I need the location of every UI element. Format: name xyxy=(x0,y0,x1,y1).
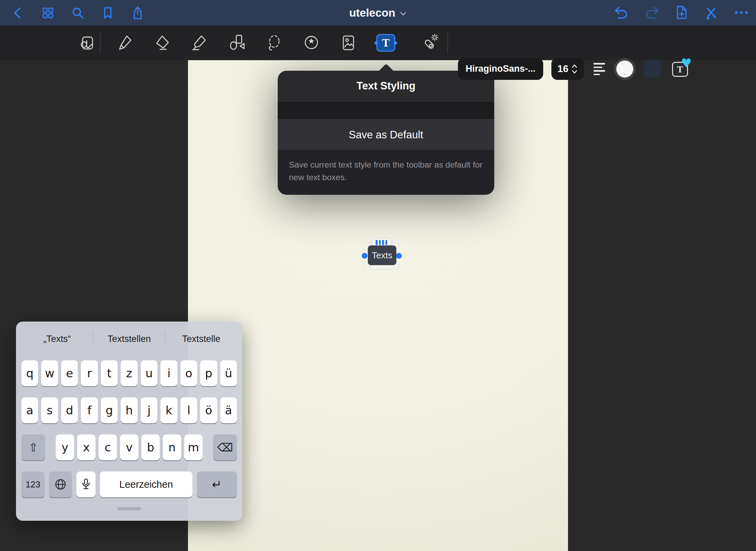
share-button[interactable] xyxy=(128,3,148,23)
resize-handle-right[interactable] xyxy=(396,253,402,259)
key-g[interactable]: g xyxy=(101,397,118,423)
suggestion-quoted[interactable]: „Texts“ xyxy=(21,333,93,345)
key-t[interactable]: t xyxy=(101,360,118,386)
key-n[interactable]: n xyxy=(163,434,181,460)
key-q[interactable]: q xyxy=(21,360,38,386)
align-bar xyxy=(594,70,605,72)
key-ä[interactable]: ä xyxy=(220,397,237,423)
text-tool[interactable]: T xyxy=(375,32,397,54)
search-icon xyxy=(70,5,85,20)
nav-left-group xyxy=(8,0,148,25)
globe-key[interactable] xyxy=(49,471,72,497)
keyboard-drag-handle[interactable] xyxy=(117,507,141,510)
key-ö[interactable]: ö xyxy=(200,397,217,423)
key-o[interactable]: o xyxy=(181,360,197,386)
key-s[interactable]: s xyxy=(41,397,58,423)
textbox-content[interactable]: Texts xyxy=(368,245,396,265)
popover-body: Text Styling Save as Default Save curren… xyxy=(278,71,494,195)
key-x[interactable]: x xyxy=(77,434,96,460)
key-c[interactable]: c xyxy=(99,434,117,460)
key-k[interactable]: k xyxy=(160,397,177,423)
resize-handle-left[interactable] xyxy=(362,253,367,259)
align-bar xyxy=(594,74,600,75)
key-ü[interactable]: ü xyxy=(220,360,237,386)
drag-bar xyxy=(385,240,388,245)
save-as-default-button[interactable]: Save as Default xyxy=(278,120,494,150)
toolbar-divider xyxy=(447,32,448,53)
read-mode-tool[interactable] xyxy=(76,32,98,54)
elements-star-icon xyxy=(302,33,321,52)
key-r[interactable]: r xyxy=(81,360,98,386)
text-styling-popover: Text Styling Save as Default Save curren… xyxy=(278,71,494,195)
text-color-swatch[interactable]: ⌄ xyxy=(614,58,636,80)
secondary-color-swatch[interactable] xyxy=(643,60,661,78)
bookmark-icon xyxy=(100,5,115,20)
key-w[interactable]: w xyxy=(41,360,58,386)
key-e[interactable]: e xyxy=(61,360,78,386)
add-page-button[interactable] xyxy=(672,3,691,23)
key-u[interactable]: u xyxy=(141,360,157,386)
image-tool[interactable] xyxy=(338,32,359,54)
backspace-key[interactable]: ⌫ xyxy=(213,434,237,460)
font-size-stepper[interactable]: 16 xyxy=(551,58,584,80)
ellipsis-icon xyxy=(733,5,750,21)
laser-pointer-tool[interactable] xyxy=(419,32,441,54)
key-l[interactable]: l xyxy=(181,397,197,423)
pen-tool[interactable] xyxy=(114,32,135,54)
undo-button[interactable] xyxy=(612,3,632,23)
goodnotes-screen: { "top_nav": { "title": "utelecon" }, "t… xyxy=(0,0,756,551)
back-button[interactable] xyxy=(8,3,28,23)
key-y[interactable]: y xyxy=(56,434,74,460)
image-icon xyxy=(339,33,358,52)
highlighter-tool[interactable] xyxy=(188,32,210,54)
elements-tool[interactable] xyxy=(300,32,322,54)
text-style-button[interactable]: T ♥ xyxy=(672,62,688,77)
font-family-button[interactable]: HiraginoSans-... xyxy=(458,58,543,80)
key-v[interactable]: v xyxy=(120,434,138,460)
more-options-button[interactable] xyxy=(732,3,751,23)
heart-icon: ♥ xyxy=(681,56,692,70)
shapes-tool[interactable] xyxy=(226,32,248,54)
key-f[interactable]: f xyxy=(81,397,98,423)
key-row-3: ⇧ yxcvbnm ⌫ xyxy=(21,434,237,460)
numbers-key[interactable]: 123 xyxy=(21,471,45,497)
key-b[interactable]: b xyxy=(141,434,160,460)
key-row-4: 123 Leerzeichen ↵ xyxy=(21,471,237,497)
space-key[interactable]: Leerzeichen xyxy=(100,471,192,497)
search-button[interactable] xyxy=(68,3,88,23)
key-m[interactable]: m xyxy=(184,434,203,460)
lasso-tool[interactable] xyxy=(263,32,285,54)
documents-grid-button[interactable] xyxy=(38,3,58,23)
dictation-key[interactable] xyxy=(76,471,96,497)
shift-key[interactable]: ⇧ xyxy=(21,434,45,460)
suggestion-2[interactable]: Textstelle xyxy=(166,333,237,345)
font-size-value: 16 xyxy=(557,63,568,74)
popover-description: Save current text style from the toolbar… xyxy=(278,150,494,195)
text-align-button[interactable] xyxy=(591,58,611,80)
globe-icon xyxy=(54,478,67,491)
key-p[interactable]: p xyxy=(200,360,217,386)
bookmark-button[interactable] xyxy=(98,3,118,23)
pencil-cross-icon xyxy=(703,5,720,21)
key-i[interactable]: i xyxy=(160,360,177,386)
key-j[interactable]: j xyxy=(141,397,157,423)
return-key[interactable]: ↵ xyxy=(197,471,237,497)
redo-button[interactable] xyxy=(642,3,662,23)
shapes-icon xyxy=(228,33,247,52)
stepper-chevrons-icon xyxy=(571,63,578,75)
align-bar xyxy=(594,63,605,65)
key-a[interactable]: a xyxy=(21,397,38,423)
chevron-down-icon xyxy=(399,10,407,16)
suggestion-1[interactable]: Textstellen xyxy=(93,333,165,345)
chevron-left-icon xyxy=(11,5,25,20)
drag-bar xyxy=(382,240,384,245)
laser-pointer-icon xyxy=(420,33,440,52)
add-page-icon xyxy=(673,5,690,21)
key-d[interactable]: d xyxy=(61,397,78,423)
eraser-tool[interactable] xyxy=(151,32,173,54)
pencil-off-button[interactable] xyxy=(702,3,721,23)
align-bar xyxy=(594,67,602,68)
key-h[interactable]: h xyxy=(121,397,137,423)
key-z[interactable]: z xyxy=(121,360,137,386)
key-row-3-letters: yxcvbnm xyxy=(56,434,203,460)
